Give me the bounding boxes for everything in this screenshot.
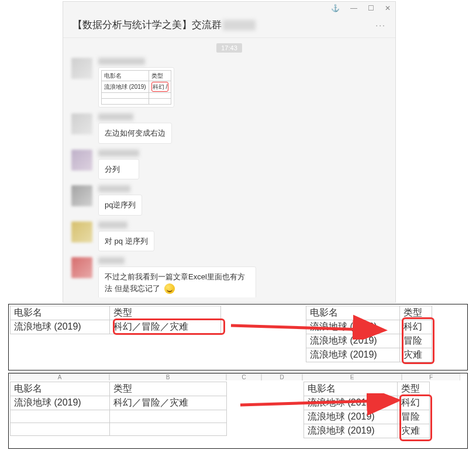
target-table: 电影名 类型 流浪地球 (2019) 科幻 流浪地球 (2019) 冒险 流浪地… [306, 306, 432, 362]
chat-window: ⚓ — ☐ ✕ 【数据分析与统计学之美】交流群 ··· 17:43 电影名 [63, 1, 396, 303]
cell-header-movie: 电影名 [304, 382, 398, 396]
cell-header-type: 类型 [110, 382, 227, 396]
cell-type3: 灾难 [398, 424, 430, 438]
target-table-2: 电影名 类型 流浪地球 (2019) 科幻／冒险／灾难 [10, 382, 227, 436]
text-bubble[interactable]: 对 pq 逆序列 [98, 231, 154, 252]
col-letter: D [261, 373, 302, 380]
avatar[interactable] [71, 113, 92, 134]
cell-movie: 流浪地球 (2019) [306, 334, 400, 348]
message-row: 分列 [71, 150, 387, 180]
cell-type2: 冒险 [398, 410, 430, 424]
cell-movie: 流浪地球 (2019) [304, 410, 398, 424]
cell-type1: 科幻 [400, 320, 432, 334]
minimize-icon[interactable]: — [350, 4, 357, 12]
chat-body: 17:43 电影名 类型 流浪地球 (2019) 科幻 / [63, 38, 395, 297]
maximize-icon[interactable]: ☐ [368, 4, 374, 12]
timestamp: 17:43 [71, 43, 387, 52]
close-icon[interactable]: ✕ [385, 4, 391, 12]
avatar[interactable] [71, 257, 92, 278]
more-icon[interactable]: ··· [375, 20, 386, 30]
cell-movie: 流浪地球 (2019) [11, 320, 110, 334]
text-bubble[interactable]: 分列 [98, 159, 139, 180]
cell-movie: 流浪地球 (2019) [304, 424, 398, 438]
message-row: 对 pq 逆序列 [71, 221, 387, 252]
message-row: pq逆序列 [71, 185, 387, 216]
sender-redacted [98, 257, 125, 264]
cell-header-type: 类型 [400, 306, 432, 320]
chat-title: 【数据分析与统计学之美】交流群 [73, 18, 222, 32]
timestamp-text: 17:43 [216, 43, 242, 53]
chat-title-redacted [223, 20, 256, 30]
chat-header: 【数据分析与统计学之美】交流群 ··· [63, 15, 395, 38]
text-bubble[interactable]: pq逆序列 [98, 195, 142, 216]
cell-movie: 流浪地球 (2019) [304, 396, 398, 410]
col-letters-row: A B C D E F [10, 373, 460, 380]
pin-icon[interactable]: ⚓ [331, 4, 340, 12]
bubble-text: 不过之前我看到一篇文章Excel里面也有方法 但是我忘记了 [105, 272, 245, 293]
window-titlebar: ⚓ — ☐ ✕ [63, 2, 395, 15]
mini-cell-type: 科幻 / [149, 81, 171, 93]
cell-header-type: 类型 [398, 382, 430, 396]
text-bubble[interactable]: 不过之前我看到一篇文章Excel里面也有方法 但是我忘记了 [98, 266, 256, 297]
source-table-2: 电影名 类型 流浪地球 (2019) 科幻 流浪地球 (2019) 冒险 流浪地… [303, 382, 430, 438]
cell-header-movie: 电影名 [11, 382, 110, 396]
image-bubble[interactable]: 电影名 类型 流浪地球 (2019) 科幻 / [98, 67, 174, 108]
cell-header-type: 类型 [110, 306, 221, 320]
cell-type-combined: 科幻／冒险／灾难 [110, 320, 221, 334]
mini-header-type: 类型 [149, 71, 171, 81]
cell-movie: 流浪地球 (2019) [306, 320, 400, 334]
col-letter: A [10, 373, 109, 380]
mini-excel-preview: 电影名 类型 流浪地球 (2019) 科幻 / [101, 70, 171, 105]
col-letter: F [402, 373, 460, 380]
cell-header-movie: 电影名 [306, 306, 400, 320]
cell-type3: 灾难 [400, 348, 432, 362]
cell-type2: 冒险 [400, 334, 432, 348]
avatar[interactable] [71, 150, 92, 171]
mini-cell-movie: 流浪地球 (2019) [102, 81, 149, 93]
diagram-block-bottom: A B C D E F 电影名 类型 流浪地球 (2019) 科幻／冒险／灾难 … [8, 373, 468, 449]
diagram-block-top: 电影名 类型 流浪地球 (2019) 科幻／冒险／灾难 电影名 类型 流浪地球 … [8, 304, 468, 370]
source-table: 电影名 类型 流浪地球 (2019) 科幻／冒险／灾难 [10, 306, 221, 334]
cell-movie: 流浪地球 (2019) [306, 348, 400, 362]
avatar[interactable] [71, 58, 92, 79]
cell-type1: 科幻 [398, 396, 430, 410]
message-row: 左边如何变成右边 [71, 113, 387, 144]
avatar[interactable] [71, 185, 92, 206]
message-row: 电影名 类型 流浪地球 (2019) 科幻 / [71, 58, 387, 108]
text-bubble[interactable]: 左边如何变成右边 [98, 123, 172, 144]
message-row: 不过之前我看到一篇文章Excel里面也有方法 但是我忘记了 [71, 257, 387, 297]
mini-header-movie: 电影名 [102, 71, 149, 81]
sender-redacted [98, 150, 139, 157]
window-controls: ⚓ — ☐ ✕ [331, 4, 391, 12]
cell-movie: 流浪地球 (2019) [11, 396, 110, 410]
cell-type-combined: 科幻／冒险／灾难 [110, 396, 227, 410]
diagram-zone: 电影名 类型 流浪地球 (2019) 科幻／冒险／灾难 电影名 类型 流浪地球 … [8, 304, 468, 451]
cell-header-movie: 电影名 [11, 306, 110, 320]
sender-redacted [98, 113, 133, 120]
sender-redacted [98, 185, 130, 192]
emoji-icon [164, 283, 175, 294]
col-letter: C [226, 373, 261, 380]
col-letter: B [109, 373, 226, 380]
sender-redacted [98, 58, 145, 65]
avatar[interactable] [71, 221, 92, 243]
sender-redacted [98, 221, 127, 228]
col-letter: E [302, 373, 402, 380]
